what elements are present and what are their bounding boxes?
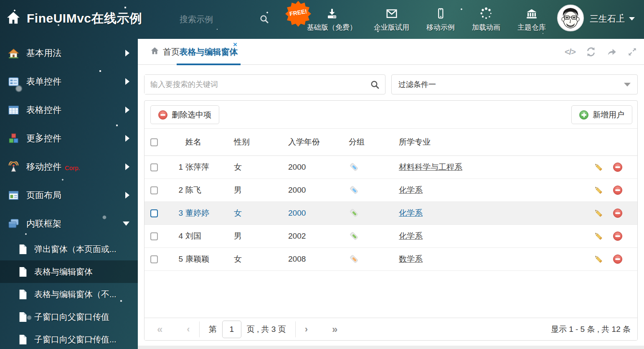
sidebar-item[interactable]: 基本用法 <box>0 39 138 67</box>
row-index: 1 <box>161 155 185 178</box>
first-page-button[interactable]: « <box>157 324 162 334</box>
sidebar-item-label: 内联框架 <box>26 218 61 229</box>
row-checkbox[interactable] <box>150 163 158 171</box>
sidebar-subitem[interactable]: 弹出窗体（本页面或... <box>0 238 138 260</box>
nav-item-label: 基础版（免费） <box>307 23 357 32</box>
nav-item[interactable]: 加载动画 <box>472 6 500 32</box>
edit-pencil-icon[interactable] <box>593 208 603 218</box>
row-checkbox[interactable] <box>150 255 158 263</box>
search-icon[interactable] <box>370 80 380 92</box>
expand-icon[interactable] <box>627 47 637 57</box>
app-logo[interactable]: FineUIMvc在线示例 <box>6 10 142 27</box>
code-icon[interactable]: </> <box>565 47 576 57</box>
home-icon <box>8 47 19 59</box>
delete-row-icon[interactable] <box>613 163 622 172</box>
delete-row-icon[interactable] <box>613 209 622 218</box>
keyword-search-input[interactable] <box>145 75 362 94</box>
tag-icon <box>349 185 359 195</box>
table-row[interactable]: 5康颖颖女2008数学系 <box>145 247 637 270</box>
column-index <box>161 129 185 155</box>
grid-panel: 删除选中项 新增用户 姓名 性别 入学年份 分组 所学专业 <box>144 100 638 341</box>
main-panel: 首页 表格与编辑窗体 × </> 过滤条件一 <box>138 39 644 349</box>
sidebar-subitem[interactable]: 表格与编辑窗体 <box>0 260 138 283</box>
sidebar-item-label: 更多控件 <box>26 132 61 144</box>
add-user-button[interactable]: 新增用户 <box>571 105 632 124</box>
user-menu[interactable]: 三生石上 <box>590 13 635 25</box>
tab-toolbar: </> <box>565 39 637 65</box>
header-search-input[interactable] <box>180 11 250 28</box>
horizontal-scrollbar[interactable] <box>138 346 644 349</box>
sidebar-item[interactable]: 内联框架 <box>0 209 138 238</box>
row-checkbox[interactable] <box>150 209 158 217</box>
prev-page-button[interactable]: ‹ <box>187 325 190 334</box>
bank-icon <box>525 6 538 20</box>
cell-name: 刘国 <box>185 224 234 247</box>
table-row[interactable]: 4刘国男2002化学系 <box>145 224 637 247</box>
nav-item[interactable]: 主题仓库 <box>517 6 546 32</box>
nav-item-label: 企业版试用 <box>374 23 409 32</box>
table-row[interactable]: 3董婷婷女2000化学系 <box>145 201 637 224</box>
cell-name: 陈飞 <box>185 178 234 201</box>
avatar[interactable] <box>557 5 584 31</box>
row-index: 3 <box>161 201 185 224</box>
home-icon <box>150 46 159 57</box>
major-link[interactable]: 化学系 <box>399 209 423 217</box>
sidebar-subitem[interactable]: 表格与编辑窗体（不... <box>0 283 138 306</box>
row-checkbox[interactable] <box>150 232 158 240</box>
nav-item[interactable]: 基础版（免费） <box>307 6 357 32</box>
header-nav: 基础版（免费）企业版试用移动示例加载动画主题仓库 <box>307 6 546 32</box>
sidebar-subitem[interactable]: 子窗口向父窗口传值 <box>0 306 138 328</box>
tab-home[interactable]: 首页 <box>150 39 180 65</box>
column-group: 分组 <box>349 129 399 155</box>
sidebar-item[interactable]: 移动控件Corp. <box>0 153 138 181</box>
file-icon <box>18 312 28 322</box>
file-icon <box>18 334 28 345</box>
close-icon[interactable]: × <box>233 41 237 48</box>
nav-item[interactable]: 企业版试用 <box>374 6 409 32</box>
major-link[interactable]: 化学系 <box>399 232 423 240</box>
user-table: 姓名 性别 入学年份 分组 所学专业 1张萍萍女2000材料科学与工程系2陈飞男… <box>145 129 637 271</box>
row-checkbox[interactable] <box>150 186 158 194</box>
edit-pencil-icon[interactable] <box>593 162 603 172</box>
tab-active[interactable]: 表格与编辑窗体 × <box>177 39 241 65</box>
delete-selected-button[interactable]: 删除选中项 <box>150 105 219 124</box>
column-name: 姓名 <box>185 129 234 155</box>
table-header-row: 姓名 性别 入学年份 分组 所学专业 <box>145 129 637 155</box>
edit-pencil-icon[interactable] <box>593 185 603 195</box>
last-page-button[interactable]: » <box>332 324 337 334</box>
sidebar-item[interactable]: 更多控件 <box>0 124 138 153</box>
major-link[interactable]: 数学系 <box>399 255 423 263</box>
edit-pencil-icon[interactable] <box>593 231 603 241</box>
sidebar-subitem-label: 表格与编辑窗体 <box>34 266 93 278</box>
page-prefix: 第 <box>209 324 217 335</box>
refresh-icon[interactable] <box>586 46 596 57</box>
sidebar-subitem[interactable]: 子窗口向父窗口传值... <box>0 328 138 349</box>
table-row[interactable]: 1张萍萍女2000材料科学与工程系 <box>145 155 637 178</box>
nav-item[interactable]: 移动示例 <box>426 6 455 32</box>
cell-gender: 男 <box>234 178 288 201</box>
major-link[interactable]: 化学系 <box>399 186 423 194</box>
sidebar-item[interactable]: 表格控件 <box>0 96 138 124</box>
search-icon[interactable] <box>259 14 269 26</box>
edit-pencil-icon[interactable] <box>593 254 603 264</box>
sidebar-item-label: 移动控件 <box>26 161 61 173</box>
table-row[interactable]: 2陈飞男2000化学系 <box>145 178 637 201</box>
delete-row-icon[interactable] <box>613 232 622 241</box>
antenna-icon <box>8 161 19 173</box>
cell-name: 张萍萍 <box>185 155 234 178</box>
cell-year: 2000 <box>288 155 349 178</box>
major-link[interactable]: 材料科学与工程系 <box>399 163 462 171</box>
delete-row-icon[interactable] <box>613 255 622 264</box>
share-icon[interactable] <box>606 46 617 57</box>
delete-row-icon[interactable] <box>613 186 622 195</box>
sidebar-item[interactable]: 页面布局 <box>0 181 138 209</box>
filter-dropdown[interactable]: 过滤条件一 <box>391 74 638 94</box>
download-icon <box>325 6 339 20</box>
select-all-checkbox[interactable] <box>150 138 158 146</box>
chevron-right-icon <box>125 163 129 170</box>
page-number-input[interactable] <box>222 321 241 338</box>
file-icon <box>18 289 28 300</box>
sidebar-item[interactable]: 表单控件 <box>0 67 138 96</box>
chevron-down-icon <box>624 83 631 87</box>
next-page-button[interactable]: › <box>305 325 308 334</box>
